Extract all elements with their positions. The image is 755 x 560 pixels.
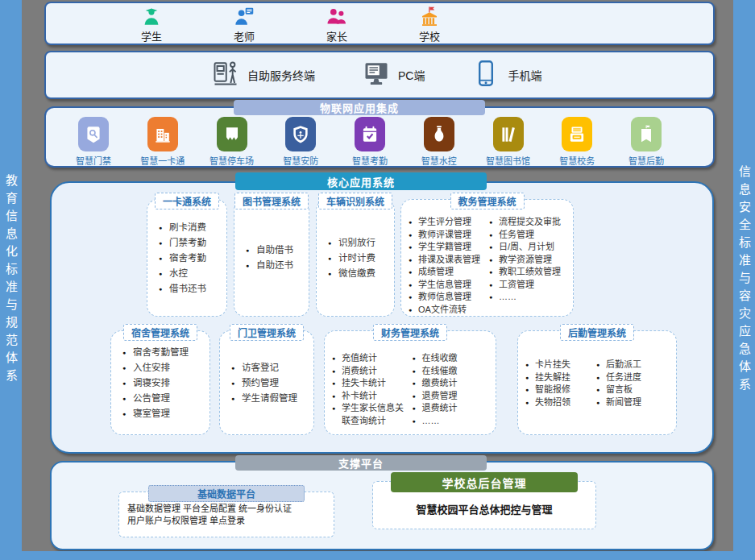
system-feature-list: 自助借书自助还书 <box>234 200 309 316</box>
base-data-platform-box: 基础数据平台 基础数据管理 平台全局配置 统一身份认证 用户账户与权限管理 单点… <box>118 492 334 537</box>
iot-item-label: 智慧后勤 <box>628 154 664 167</box>
left-sidebar: 教育信息化标准与规范体系 <box>0 0 22 560</box>
iot-item: 智慧门禁 <box>67 117 120 167</box>
system-feature-list: 识别放行计时计费微信缴费 <box>317 200 394 316</box>
feature-item: 挂失卡统计 <box>332 377 413 390</box>
feature-item: 教学资源管理 <box>489 254 570 267</box>
feature-item: 识别放行 <box>328 235 394 251</box>
iot-banner: 物联网应用集成 <box>234 100 485 115</box>
iot-item-icon <box>78 117 109 151</box>
terminal-label: PC端 <box>398 67 425 83</box>
feature-item: 后勤派工 <box>596 359 673 371</box>
system-title: 后勤管理系统 <box>560 324 634 341</box>
feature-item: 访客登记 <box>231 360 313 375</box>
system-box-finance: 财务管理系统 充值统计消费统计挂失卡统计补卡统计学生家长信息关联查询统计 在线收… <box>324 330 496 435</box>
user-type-icon <box>325 6 349 27</box>
terminal-label: 自助服务终端 <box>247 67 315 83</box>
feature-item: …… <box>413 415 493 428</box>
iot-item-label: 智慧考勤 <box>352 154 388 167</box>
school-admin-title: 学校总后台管理 <box>391 472 578 492</box>
feature-item: 宿舍考勤管理 <box>122 345 209 360</box>
iot-row: 智慧门禁 智慧一卡通 智慧停车场 <box>46 108 713 167</box>
iot-item-icon <box>493 117 524 151</box>
system-feature-list: 在线收缴在线催缴缴费统计退费管理退费统计…… <box>413 352 493 427</box>
iot-item-label: 智慧门禁 <box>76 154 111 167</box>
user-types-panel: 学生 老师 家长 <box>44 2 715 45</box>
system-feature-list: 刷卡消费门禁考勤宿舍考勤水控借书还书 <box>147 200 226 316</box>
iot-item-label: 智慧校务 <box>559 154 595 167</box>
system-title: 图书管理系统 <box>234 193 309 209</box>
user-type-icon <box>417 6 442 27</box>
terminal-item: 自助服务终端 <box>211 59 315 91</box>
feature-item: 在线收缴 <box>413 352 493 365</box>
feature-item: 任务管理 <box>489 229 570 242</box>
terminal-item: 手机端 <box>471 59 541 91</box>
feature-item: 补卡统计 <box>332 390 413 403</box>
iot-panel: 物联网应用集成 智慧门禁 智慧一卡通 <box>44 106 715 168</box>
feature-item: 退费统计 <box>413 402 493 415</box>
feature-item: 门禁考勤 <box>159 235 226 251</box>
iot-item-icon <box>355 117 385 151</box>
iot-item-label: 智慧图书馆 <box>486 154 530 167</box>
feature-item: 自助还书 <box>246 258 309 273</box>
user-type-item: 学校 <box>409 6 450 44</box>
feature-item: 寝室管理 <box>122 406 209 421</box>
user-type-item: 家长 <box>317 6 357 44</box>
system-columns: 充值统计消费统计挂失卡统计补卡统计学生家长信息关联查询统计 在线收缴在线催缴缴费… <box>325 331 496 430</box>
user-type-item: 老师 <box>224 6 264 44</box>
terminal-icon <box>362 59 391 91</box>
feature-item: 任务进度 <box>596 371 673 384</box>
iot-item-label: 智慧安防 <box>283 154 318 167</box>
system-feature-list: 后勤派工任务进度留言板新闻管理 <box>596 359 673 409</box>
feature-item: 学生请假管理 <box>231 391 313 406</box>
feature-item: 计时计费 <box>328 251 394 266</box>
terminals-panel: 自助服务终端 PC端 手机端 <box>44 51 715 99</box>
iot-item-label: 智慧停车场 <box>209 154 254 167</box>
system-box-library: 图书管理系统 自助借书自助还书 <box>234 199 309 317</box>
feature-item: 卡片挂失 <box>525 359 596 371</box>
iot-item-icon <box>562 117 592 151</box>
feature-item: 预约管理 <box>231 375 313 391</box>
feature-item: 公告管理 <box>122 391 209 406</box>
user-type-label: 老师 <box>234 28 255 44</box>
system-title: 宿舍管理系统 <box>123 324 197 341</box>
feature-item: 宿舍考勤 <box>159 251 226 266</box>
system-feature-list: 流程提交及审批任务管理日/周、月计划教学资源管理教职工绩效管理工资管理…… <box>489 216 570 316</box>
feature-item: 退费管理 <box>413 390 493 403</box>
system-title: 财务管理系统 <box>373 324 447 341</box>
core-banner: 核心应用系统 <box>235 172 487 190</box>
feature-item: 教师评课管理 <box>409 229 489 242</box>
feature-item: 排课及课表管理 <box>409 254 489 267</box>
user-type-label: 学生 <box>141 28 162 44</box>
user-type-item: 学生 <box>131 6 172 44</box>
feature-item: 缴费统计 <box>413 377 493 390</box>
support-banner: 支撑平台 <box>235 455 487 471</box>
user-type-icon <box>232 6 256 27</box>
user-type-icon <box>139 6 164 27</box>
iot-item-icon <box>147 117 178 151</box>
left-sidebar-label: 教育信息化标准与规范体系 <box>2 174 19 387</box>
iot-item: 智慧图书馆 <box>482 117 535 167</box>
feature-item: 自助借书 <box>246 243 309 258</box>
base-data-platform-title: 基础数据平台 <box>148 485 305 502</box>
system-title: 车辆识别系统 <box>318 193 392 209</box>
system-feature-list: 访客登记预约管理学生请假管理 <box>220 331 313 434</box>
feature-item: …… <box>489 291 570 304</box>
system-title: 门卫管理系统 <box>230 324 304 341</box>
feature-item: 失物招领 <box>525 396 596 409</box>
iot-item-label: 智慧水控 <box>421 154 457 167</box>
system-title: 教务管理系统 <box>450 193 524 209</box>
terminal-icon <box>211 59 240 91</box>
feature-item: 新闻管理 <box>596 396 673 409</box>
school-admin-box: 学校总后台管理 智慧校园平台总体把控与管理 <box>372 481 596 529</box>
feature-item: 智能报修 <box>525 384 596 396</box>
feature-item: 教职工绩效管理 <box>489 266 570 279</box>
system-feature-list: 宿舍考勤管理入住安排调寝安排公告管理寝室管理 <box>111 331 209 434</box>
system-columns: 卡片挂失挂失解挂智能报修失物招领 后勤派工任务进度留言板新闻管理 <box>518 331 676 412</box>
core-systems-panel: 核心应用系统 一卡通系统 刷卡消费门禁考勤宿舍考勤水控借书还书 图书管理系统 自… <box>50 181 714 454</box>
base-data-line: 基础数据管理 平台全局配置 统一身份认证 <box>127 503 329 515</box>
iot-item-label: 智慧一卡通 <box>140 154 185 167</box>
feature-item: 微信缴费 <box>328 266 394 281</box>
terminal-label: 手机端 <box>508 67 541 83</box>
iot-item: 智慧后勤 <box>620 117 673 167</box>
